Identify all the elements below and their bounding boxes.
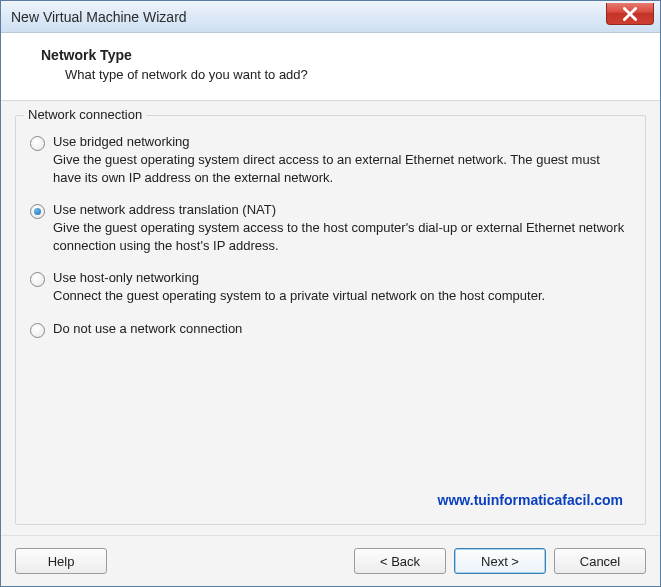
titlebar: New Virtual Machine Wizard <box>1 1 660 33</box>
option-bridged-desc: Give the guest operating system direct a… <box>53 151 631 186</box>
window-title: New Virtual Machine Wizard <box>11 9 187 25</box>
radio-bridged[interactable] <box>30 136 45 151</box>
group-legend: Network connection <box>24 107 146 122</box>
back-button[interactable]: < Back <box>354 548 446 574</box>
watermark-link[interactable]: www.tuinformaticafacil.com <box>30 492 623 508</box>
help-button[interactable]: Help <box>15 548 107 574</box>
option-bridged-label[interactable]: Use bridged networking <box>53 134 631 149</box>
page-subtitle: What type of network do you want to add? <box>65 67 636 82</box>
option-bridged[interactable]: Use bridged networking Give the guest op… <box>30 134 631 186</box>
option-none-label[interactable]: Do not use a network connection <box>53 321 631 336</box>
wizard-header: Network Type What type of network do you… <box>1 33 660 101</box>
radio-none[interactable] <box>30 323 45 338</box>
cancel-button[interactable]: Cancel <box>554 548 646 574</box>
option-hostonly-label[interactable]: Use host-only networking <box>53 270 631 285</box>
option-nat-desc: Give the guest operating system access t… <box>53 219 631 254</box>
close-icon <box>623 7 637 21</box>
option-hostonly[interactable]: Use host-only networking Connect the gue… <box>30 270 631 305</box>
radio-nat[interactable] <box>30 204 45 219</box>
close-button[interactable] <box>606 3 654 25</box>
wizard-window: New Virtual Machine Wizard Network Type … <box>0 0 661 587</box>
network-connection-group: Network connection Use bridged networkin… <box>15 115 646 525</box>
option-nat[interactable]: Use network address translation (NAT) Gi… <box>30 202 631 254</box>
option-hostonly-desc: Connect the guest operating system to a … <box>53 287 631 305</box>
button-bar: Help < Back Next > Cancel <box>1 535 660 586</box>
radio-hostonly[interactable] <box>30 272 45 287</box>
next-button[interactable]: Next > <box>454 548 546 574</box>
page-title: Network Type <box>41 47 636 63</box>
content-area: Network connection Use bridged networkin… <box>1 101 660 535</box>
option-none[interactable]: Do not use a network connection <box>30 321 631 338</box>
option-nat-label[interactable]: Use network address translation (NAT) <box>53 202 631 217</box>
